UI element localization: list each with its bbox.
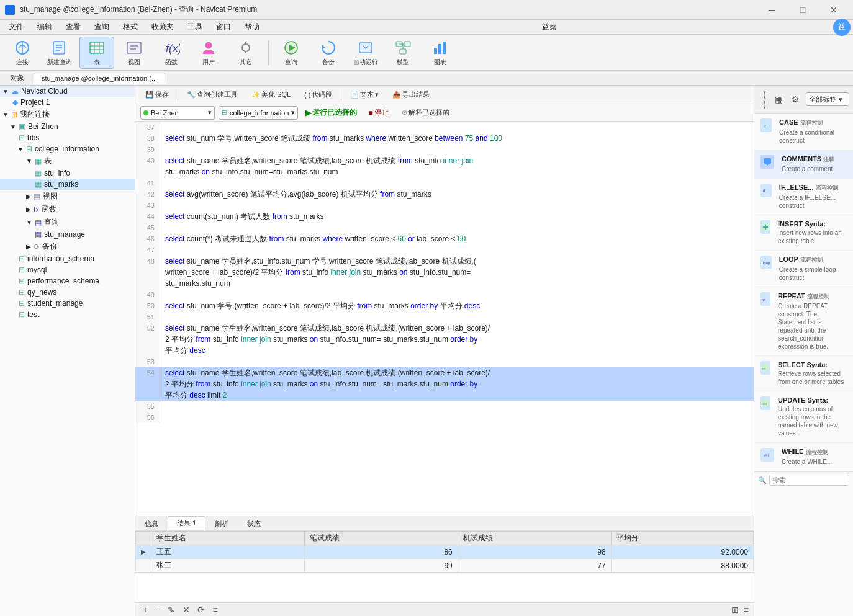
bracket-icon[interactable]: ( ) bbox=[760, 88, 769, 110]
snippet-ifelse[interactable]: if IF...ELSE... 流程控制 Create a IF...ELSE.… bbox=[754, 179, 853, 215]
sidebar-navicat-cloud[interactable]: ▼ ☁ Navicat Cloud bbox=[0, 86, 135, 97]
sidebar-stu-info[interactable]: ▦ stu_info bbox=[0, 167, 135, 179]
results-tab-result1[interactable]: 结果 1 bbox=[168, 516, 205, 530]
grid-view-button[interactable]: ⊞ bbox=[731, 605, 739, 615]
snippet-case[interactable]: if CASE 流程控制 Create a conditional constr… bbox=[754, 114, 853, 150]
results-table: 学生姓名 笔试成绩 机试成绩 平均分 ▶ 王五 86 98 bbox=[135, 531, 754, 573]
maximize-button[interactable]: □ bbox=[788, 0, 817, 20]
search-bar: 🔍 bbox=[754, 471, 853, 488]
sidebar-func-folder[interactable]: ▶ fx 函数 bbox=[0, 203, 135, 216]
menu-tools[interactable]: 工具 bbox=[181, 20, 209, 33]
menu-help[interactable]: 帮助 bbox=[238, 20, 266, 33]
menu-edit[interactable]: 编辑 bbox=[31, 20, 58, 33]
database-select[interactable]: ⊟ college_information ▾ bbox=[219, 106, 298, 120]
filter-button[interactable]: ≡ bbox=[210, 605, 220, 615]
sidebar-info-schema[interactable]: ⊟ information_schema bbox=[0, 253, 135, 264]
snippet-select[interactable]: sel SELECT Synta: Retrieve rows selected… bbox=[754, 356, 853, 391]
list-view-button[interactable]: ≡ bbox=[744, 605, 749, 615]
table-row-1[interactable]: ▶ 王五 86 98 92.0000 bbox=[136, 545, 754, 559]
sidebar-my-connections[interactable]: ▼ ⊞ 我的连接 bbox=[0, 108, 135, 121]
toolbar-view[interactable]: 视图 bbox=[117, 37, 151, 69]
add-row-button[interactable]: + bbox=[140, 605, 150, 615]
snippet-while[interactable]: whl WHILE 流程控制 Create a WHILE... bbox=[754, 443, 853, 471]
eye-icon[interactable]: 👁 bbox=[754, 93, 757, 105]
code-line-48: 48 select stu_name 学员姓名,stu_info.stu_num… bbox=[135, 256, 754, 267]
menu-file[interactable]: 文件 bbox=[2, 20, 30, 33]
sidebar-query-folder[interactable]: ▼ ▤ 查询 bbox=[0, 216, 135, 229]
menu-format[interactable]: 格式 bbox=[117, 20, 144, 33]
refresh-button[interactable]: ⟳ bbox=[195, 605, 207, 615]
toolbar-model[interactable]: 模型 bbox=[386, 37, 420, 69]
search-input[interactable] bbox=[769, 475, 849, 486]
sidebar-qy-news[interactable]: ⊟ qy_news bbox=[0, 287, 135, 298]
results-tab-status[interactable]: 状态 bbox=[238, 517, 270, 530]
sidebar-table-folder[interactable]: ▼ ▦ 表 bbox=[0, 154, 135, 167]
sidebar-stu-marks[interactable]: ▦ stu_marks bbox=[0, 179, 135, 190]
tab-query[interactable]: stu_manage @college_information (... bbox=[34, 73, 165, 84]
snippet-icon: ( ) bbox=[304, 91, 310, 99]
minimize-button[interactable]: ─ bbox=[757, 0, 786, 20]
toolbar-backup[interactable]: 备份 bbox=[311, 37, 346, 69]
sidebar-mysql[interactable]: ⊟ mysql bbox=[0, 264, 135, 275]
update-icon: upd bbox=[760, 396, 770, 410]
snippet-repeat[interactable]: rpt REPEAT 流程控制 Create a REPEAT construc… bbox=[754, 287, 853, 356]
row2-indicator bbox=[136, 559, 151, 573]
right-panel: ℹ 👁 ( ) ▦ ⚙ 全部标签 ▾ if CASE 流程控制 Create a… bbox=[754, 86, 853, 616]
snippet-loop[interactable]: loop LOOP 流程控制 Create a simple loop cons… bbox=[754, 251, 853, 287]
sidebar-student-manage[interactable]: ⊟ student_manage bbox=[0, 298, 135, 309]
snippet-comments[interactable]: COMMENTS 注释 Create a comment bbox=[754, 150, 853, 179]
results-tab-info[interactable]: 信息 bbox=[135, 517, 168, 530]
discard-button[interactable]: ✕ bbox=[180, 605, 192, 615]
close-button[interactable]: ✕ bbox=[819, 0, 848, 20]
toolbar-connect[interactable]: 连接 bbox=[5, 37, 40, 69]
toolbar-autorun[interactable]: 自动运行 bbox=[348, 37, 383, 69]
insert-title: INSERT Synta: bbox=[778, 220, 847, 228]
delete-row-button[interactable]: − bbox=[153, 605, 163, 615]
toolbar-new-query[interactable]: 新建查询 bbox=[42, 37, 77, 69]
sidebar-college-information[interactable]: ▼ ⊟ college_information bbox=[0, 143, 135, 154]
settings-icon[interactable]: ⚙ bbox=[789, 93, 802, 105]
content-area: 💾 保存 🔧 查询创建工具 ✨ 美化 SQL ( ) 代码段 📄 文本 ▾ bbox=[135, 86, 754, 616]
sidebar-stu-manage[interactable]: ▤ stu_manage bbox=[0, 229, 135, 240]
menu-window[interactable]: 窗口 bbox=[210, 20, 237, 33]
sidebar-bbs[interactable]: ⊟ bbs bbox=[0, 132, 135, 143]
code-editor[interactable]: 37 38 select stu_num 学号,written_score 笔试… bbox=[135, 122, 754, 516]
stop-button[interactable]: ■ 停止 bbox=[364, 106, 392, 119]
table-view-icon[interactable]: ▦ bbox=[772, 93, 785, 105]
text-icon: 📄 bbox=[350, 91, 359, 99]
menu-favorites[interactable]: 收藏夹 bbox=[145, 20, 180, 33]
code-snippet-button[interactable]: ( ) 代码段 bbox=[299, 89, 337, 100]
text-button[interactable]: 📄 文本 ▾ bbox=[345, 89, 384, 100]
tab-objects[interactable]: 对象 bbox=[2, 71, 32, 84]
toolbar-query[interactable]: 查询 bbox=[274, 37, 309, 69]
connection-select[interactable]: Bei-Zhen ▾ bbox=[140, 106, 215, 120]
table-row-2[interactable]: 张三 99 77 88.0000 bbox=[136, 559, 754, 573]
run-selected-button[interactable]: ▶ 运行已选择的 bbox=[302, 106, 361, 119]
sidebar-perf-schema[interactable]: ⊟ performance_schema bbox=[0, 275, 135, 287]
export-button[interactable]: 📤 导出结果 bbox=[387, 89, 435, 100]
explain-button[interactable]: ⊙ 解释已选择的 bbox=[397, 107, 454, 118]
toolbar-table[interactable]: 表 bbox=[79, 37, 114, 69]
code-line-39: 39 bbox=[135, 144, 754, 155]
sidebar-backup-folder[interactable]: ▶ ⟳ 备份 bbox=[0, 240, 135, 253]
toolbar-user[interactable]: 用户 bbox=[191, 37, 226, 69]
right-panel-toolbar: ℹ 👁 ( ) ▦ ⚙ 全部标签 ▾ bbox=[754, 86, 853, 114]
beautify-button[interactable]: ✨ 美化 SQL bbox=[246, 89, 296, 100]
results-tab-analyze[interactable]: 剖析 bbox=[205, 517, 238, 530]
menu-view[interactable]: 查看 bbox=[60, 20, 87, 33]
menu-query[interactable]: 查询 bbox=[88, 20, 115, 33]
sidebar-bei-zhen[interactable]: ▼ ▣ Bei-Zhen bbox=[0, 121, 135, 132]
snippet-update[interactable]: upd UPDATE Synta: Updates columns of exi… bbox=[754, 391, 853, 443]
sidebar-view-folder[interactable]: ▶ ▤ 视图 bbox=[0, 190, 135, 203]
toolbar-function[interactable]: f(x) 函数 bbox=[154, 37, 189, 69]
toolbar-chart[interactable]: 图表 bbox=[423, 37, 458, 69]
edit-row-button[interactable]: ✎ bbox=[165, 605, 178, 615]
tf-label: 表 bbox=[44, 156, 52, 166]
toolbar-other[interactable]: 其它 bbox=[228, 37, 263, 69]
query-builder-button[interactable]: 🔧 查询创建工具 bbox=[182, 89, 243, 100]
save-button[interactable]: 💾 保存 bbox=[140, 89, 174, 100]
sidebar-project1[interactable]: ◆ Project 1 bbox=[0, 97, 135, 108]
sidebar-test[interactable]: ⊟ test bbox=[0, 309, 135, 320]
snippet-insert[interactable]: INSERT Synta: Insert new rows into an ex… bbox=[754, 215, 853, 251]
tag-select[interactable]: 全部标签 ▾ bbox=[806, 92, 849, 106]
